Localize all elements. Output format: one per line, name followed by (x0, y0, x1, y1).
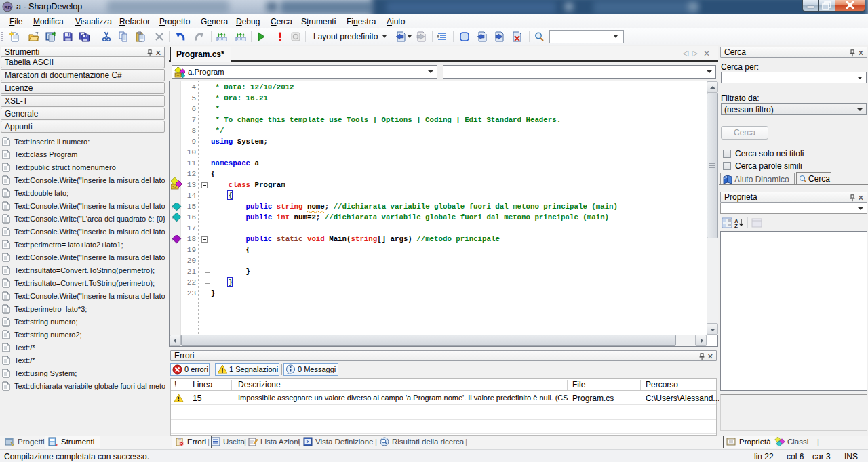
svg-text:SD: SD (4, 5, 12, 11)
svg-text:Z: Z (734, 223, 738, 228)
